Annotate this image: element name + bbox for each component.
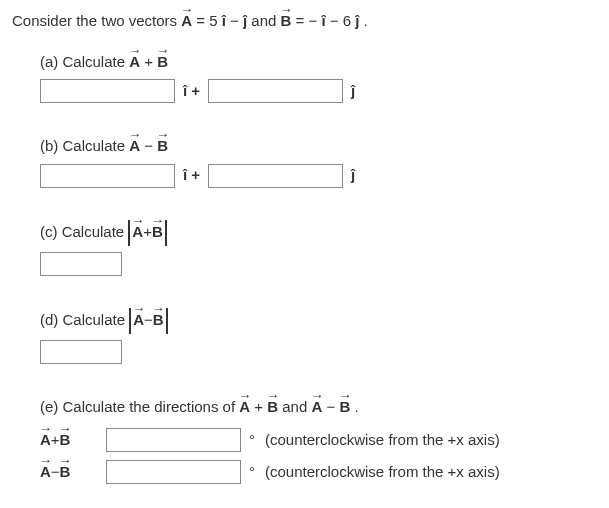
input-a-i[interactable]: [40, 79, 175, 103]
vector-B-c: →B: [152, 221, 163, 244]
vector-B-e1: →B: [267, 396, 278, 419]
vector-A-e2: →A: [311, 396, 322, 419]
vector-B-erow1: →B: [60, 429, 71, 452]
mag-bar-right-d: [166, 308, 168, 334]
stmt-A-eq: = 5: [196, 12, 221, 29]
deg-symbol-1: °: [249, 429, 255, 452]
deg-symbol-2: °: [249, 461, 255, 484]
part-e-label: (e) Calculate the directions of →A + →B …: [40, 396, 597, 419]
vector-A-erow2: →A: [40, 461, 51, 484]
part-e-row-plus: →A + →B ° (counterclockwise from the +x …: [40, 428, 597, 452]
mag-bar-left-d: [129, 308, 131, 334]
part-e: (e) Calculate the directions of →A + →B …: [40, 396, 597, 485]
vector-B-e2: →B: [339, 396, 350, 419]
ccw-text-1: (counterclockwise from the +x axis): [265, 429, 500, 452]
input-e-minus[interactable]: [106, 460, 241, 484]
part-d-label: (d) Calculate →A − →B: [40, 308, 597, 334]
unit-j-after-b: ĵ: [351, 164, 355, 187]
vector-A-e1: →A: [239, 396, 250, 419]
stmt-and: and: [251, 12, 280, 29]
vector-B-erow2: →B: [60, 461, 71, 484]
unit-j: ĵ: [243, 12, 247, 29]
stmt-minus2: − 6: [330, 12, 355, 29]
vector-A-erow1: →A: [40, 429, 51, 452]
problem-statement: Consider the two vectors →A = 5 î − ĵ an…: [12, 10, 597, 33]
input-a-j[interactable]: [208, 79, 343, 103]
part-a-label: (a) Calculate →A + →B: [40, 51, 597, 74]
input-b-i[interactable]: [40, 164, 175, 188]
part-c: (c) Calculate →A + →B: [40, 220, 597, 276]
ccw-text-2: (counterclockwise from the +x axis): [265, 461, 500, 484]
vector-B-b: →B: [157, 135, 168, 158]
vector-B: →B: [281, 10, 292, 33]
unit-i-between-b: î +: [183, 164, 200, 187]
input-c[interactable]: [40, 252, 122, 276]
unit-i: î: [222, 12, 226, 29]
vector-B-d: →B: [153, 309, 164, 332]
part-b: (b) Calculate →A − →B î + ĵ: [40, 135, 597, 188]
unit-j-after-a: ĵ: [351, 80, 355, 103]
part-d: (d) Calculate →A − →B: [40, 308, 597, 364]
part-b-label: (b) Calculate →A − →B: [40, 135, 597, 158]
stmt-minus1: −: [230, 12, 243, 29]
vector-A-b: →A: [129, 135, 140, 158]
mag-bar-right-c: [165, 220, 167, 246]
input-b-j[interactable]: [208, 164, 343, 188]
vector-A-a: →A: [129, 51, 140, 74]
unit-i-2: î: [321, 12, 325, 29]
stmt-B-eq: = −: [296, 12, 322, 29]
part-a: (a) Calculate →A + →B î + ĵ: [40, 51, 597, 104]
vector-B-a: →B: [157, 51, 168, 74]
stmt-period: .: [364, 12, 368, 29]
mag-bar-left-c: [128, 220, 130, 246]
part-e-row-minus: →A − →B ° (counterclockwise from the +x …: [40, 460, 597, 484]
unit-i-between-a: î +: [183, 80, 200, 103]
vector-A-d: →A: [133, 309, 144, 332]
stmt-prefix: Consider the two vectors: [12, 12, 181, 29]
input-e-plus[interactable]: [106, 428, 241, 452]
part-c-label: (c) Calculate →A + →B: [40, 220, 597, 246]
vector-A-c: →A: [132, 221, 143, 244]
unit-j-2: ĵ: [355, 12, 359, 29]
input-d[interactable]: [40, 340, 122, 364]
vector-A: →A: [181, 10, 192, 33]
